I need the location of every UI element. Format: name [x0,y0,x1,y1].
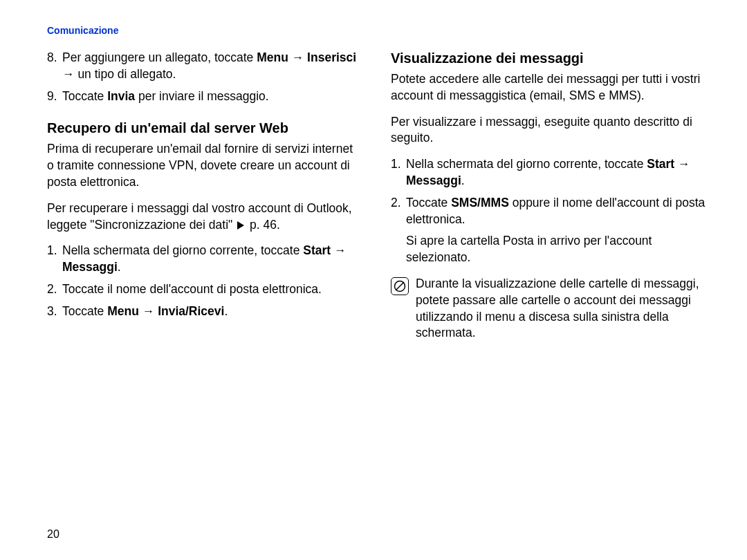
page-number: 20 [47,528,59,541]
list-body: Toccate SMS/MMS oppure il nome dell'acco… [406,195,706,228]
note-block: Durante la visualizzazione delle cartell… [391,276,706,342]
arrow-text: → [331,243,346,257]
list-item: 3. Toccate Menu → Invia/Ricevi. [47,304,362,320]
list-body: Toccate Menu → Invia/Ricevi. [62,304,362,320]
list-number: 3. [47,304,62,320]
heading-recupero: Recupero di un'email dal server Web [47,120,362,137]
paragraph: Per visualizzare i messaggi, eseguite qu… [391,114,706,147]
list-item: 1. Nella schermata del giorno corrente, … [391,156,706,189]
list-number: 1. [391,156,406,189]
list-body: Toccate Invia per inviare il messaggio. [62,88,362,105]
text: Nella schermata del giorno corrente, toc… [62,243,303,257]
list-body: Toccate il nome dell'account di posta el… [62,281,362,298]
paragraph: Potete accedere alle cartelle dei messag… [391,71,706,104]
left-column: 8. Per aggiungere un allegato, toccate M… [47,50,362,342]
list-number: 2. [47,281,62,298]
list-number: 1. [47,243,62,276]
text: Nella schermata del giorno corrente, toc… [406,157,647,171]
text: per inviare il messaggio. [135,89,269,103]
text: Per aggiungere un allegato, toccate [62,50,257,64]
text: Toccate [62,304,107,318]
bold-text: Menu [257,50,288,64]
text: Toccate [406,196,451,209]
list-item: 2. Toccate SMS/MMS oppure il nome dell'a… [391,195,706,228]
text: . [461,174,465,187]
section-header: Comunicazione [47,25,706,36]
text: p. 46. [246,218,280,232]
right-column: Visualizzazione dei messaggi Potete acce… [391,50,706,342]
list-body: Nella schermata del giorno corrente, toc… [62,243,362,276]
list-number: 8. [47,50,62,83]
arrow-text: → [674,157,690,171]
text: . [118,260,121,274]
bold-text: Start [303,243,331,257]
list-item: 1. Nella schermata del giorno corrente, … [47,243,362,276]
heading-visualizzazione: Visualizzazione dei messaggi [391,50,706,67]
arrow-text: → [62,67,77,81]
paragraph: Prima di recuperare un'email dal fornire… [47,141,362,190]
list-item: 9. Toccate Invia per inviare il messaggi… [47,88,362,105]
bold-text: Inserisci [307,50,356,64]
arrow-text: → [139,304,158,318]
note-text: Durante la visualizzazione delle cartell… [416,276,706,342]
list-number: 2. [391,195,406,228]
bold-text: Messaggi [62,260,118,274]
arrow-text: → [288,50,307,64]
text: un tipo di allegato. [77,67,176,81]
bold-text: Invia [107,89,135,103]
svg-line-1 [396,282,404,290]
list-number: 9. [47,88,62,105]
bold-text: Messaggi [406,174,461,187]
triangle-right-icon [237,221,244,230]
bold-text: Menu [107,304,139,318]
paragraph: Per recuperare i messaggi dal vostro acc… [47,200,362,234]
paragraph: Si apre la cartella Posta in arrivo per … [406,233,706,266]
list-body: Per aggiungere un allegato, toccate Menu… [62,50,362,83]
list-item: 8. Per aggiungere un allegato, toccate M… [47,50,362,83]
content-columns: 8. Per aggiungere un allegato, toccate M… [47,50,706,342]
text: Per recuperare i messaggi dal vostro acc… [47,201,352,232]
note-icon [391,277,409,295]
bold-text: Invia/Ricevi [158,304,224,318]
list-body: Nella schermata del giorno corrente, toc… [406,156,706,189]
text: . [224,304,228,318]
bold-text: SMS/MMS [451,196,509,209]
list-item: 2. Toccate il nome dell'account di posta… [47,281,362,298]
document-page: Comunicazione 8. Per aggiungere un alleg… [0,0,747,560]
bold-text: Start [647,157,674,171]
text: Toccate [62,89,107,103]
